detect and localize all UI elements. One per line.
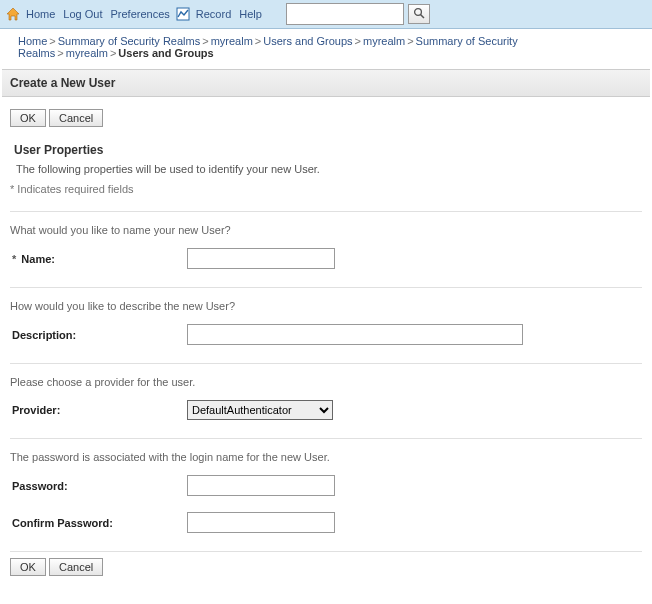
nav-logout[interactable]: Log Out — [61, 8, 104, 20]
description-prompt: How would you like to describe the new U… — [10, 294, 642, 320]
ok-button-top[interactable]: OK — [10, 109, 46, 127]
provider-row: Provider: DefaultAuthenticator — [10, 396, 642, 432]
cancel-button-bottom[interactable]: Cancel — [49, 558, 103, 576]
divider — [10, 211, 642, 212]
crumb-current: Users and Groups — [118, 47, 213, 59]
crumb-4[interactable]: myrealm — [363, 35, 405, 47]
button-row-top: OK Cancel — [10, 109, 642, 127]
nav-record[interactable]: Record — [194, 8, 233, 20]
crumb-0[interactable]: Home — [18, 35, 47, 47]
name-prompt: What would you like to name your new Use… — [10, 218, 642, 244]
nav-preferences[interactable]: Preferences — [108, 8, 171, 20]
top-navbar: Home Log Out Preferences Record Help — [0, 0, 652, 29]
divider — [10, 551, 642, 552]
confirm-password-row: Confirm Password: — [10, 508, 642, 545]
description-label: Description: — [12, 329, 187, 341]
password-label: Password: — [12, 480, 187, 492]
password-prompt: The password is associated with the logi… — [10, 445, 642, 471]
svg-line-2 — [420, 14, 424, 18]
provider-select[interactable]: DefaultAuthenticator — [187, 400, 333, 420]
name-label: * Name: — [12, 253, 187, 265]
home-icon — [6, 7, 20, 21]
name-input[interactable] — [187, 248, 335, 269]
required-asterisk: * — [12, 253, 18, 265]
ok-button-bottom[interactable]: OK — [10, 558, 46, 576]
section-help: The following properties will be used to… — [10, 161, 642, 183]
divider — [10, 363, 642, 364]
nav-home[interactable]: Home — [24, 8, 57, 20]
cancel-button-top[interactable]: Cancel — [49, 109, 103, 127]
divider — [10, 287, 642, 288]
confirm-password-label: Confirm Password: — [12, 517, 187, 529]
description-row: Description: — [10, 320, 642, 357]
crumb-6[interactable]: myrealm — [66, 47, 108, 59]
search-button[interactable] — [408, 4, 430, 24]
password-input[interactable] — [187, 475, 335, 496]
provider-prompt: Please choose a provider for the user. — [10, 370, 642, 396]
crumb-3[interactable]: Users and Groups — [263, 35, 352, 47]
section-title: User Properties — [10, 137, 642, 161]
search-icon — [413, 7, 425, 22]
search-input[interactable] — [286, 3, 404, 25]
confirm-password-input[interactable] — [187, 512, 335, 533]
button-row-bottom: OK Cancel — [10, 558, 642, 576]
svg-point-1 — [414, 8, 421, 15]
crumb-2[interactable]: myrealm — [211, 35, 253, 47]
required-note: * Indicates required fields — [10, 183, 642, 205]
crumb-1[interactable]: Summary of Security Realms — [58, 35, 200, 47]
password-row: Password: — [10, 471, 642, 508]
record-icon — [176, 7, 190, 21]
page-title: Create a New User — [2, 69, 650, 97]
description-input[interactable] — [187, 324, 523, 345]
breadcrumb: Home>Summary of Security Realms>myrealm>… — [0, 29, 652, 67]
name-row: * Name: — [10, 244, 642, 281]
provider-label: Provider: — [12, 404, 187, 416]
nav-help[interactable]: Help — [237, 8, 264, 20]
divider — [10, 438, 642, 439]
